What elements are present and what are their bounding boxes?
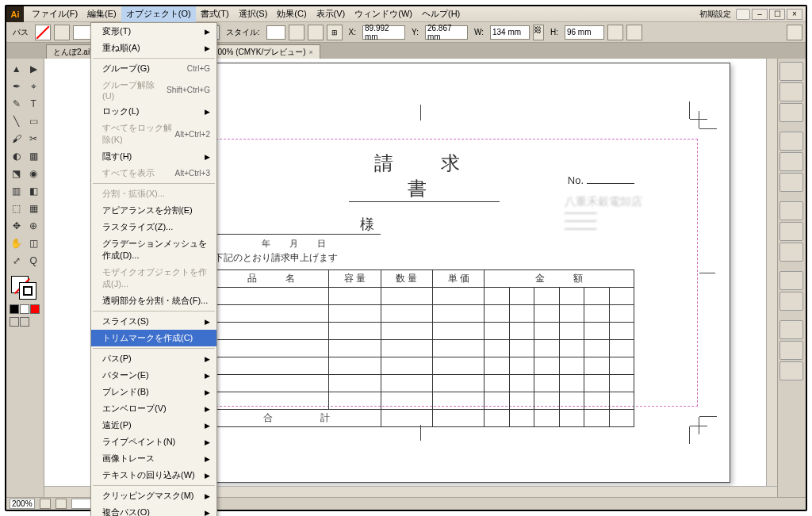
tool-button[interactable]: ✎ bbox=[8, 95, 25, 113]
tool-button[interactable]: ◐ bbox=[8, 147, 25, 165]
swatch[interactable] bbox=[30, 304, 40, 314]
close-button[interactable]: × bbox=[787, 9, 802, 20]
zoom-input[interactable]: 200% bbox=[10, 499, 35, 509]
menu-item[interactable]: エンベロープ(V)▶ bbox=[91, 400, 216, 417]
menu-item[interactable]: 隠す(H)▶ bbox=[91, 148, 216, 165]
panel-toggle-icon[interactable] bbox=[787, 25, 802, 40]
menu-6[interactable]: 表示(V) bbox=[312, 6, 350, 22]
tool-button[interactable]: ▲ bbox=[8, 60, 25, 78]
recolor-icon[interactable] bbox=[308, 25, 324, 40]
tool-button[interactable]: ⌖ bbox=[25, 78, 43, 95]
screen-mode-icon[interactable] bbox=[10, 317, 19, 327]
menu-item[interactable]: グラデーションメッシュを作成(D)... bbox=[91, 235, 216, 264]
swatch[interactable] bbox=[20, 304, 29, 314]
panel-icon[interactable] bbox=[779, 222, 803, 241]
panel-icon[interactable] bbox=[779, 152, 803, 171]
tool-button[interactable]: ✒ bbox=[8, 78, 25, 95]
menu-item[interactable]: クリッピングマスク(M)▶ bbox=[91, 487, 216, 504]
h-input[interactable]: 96 mm bbox=[565, 25, 604, 40]
y-input[interactable]: 26.867 mm bbox=[425, 25, 468, 40]
tool-button[interactable]: 🖌 bbox=[8, 130, 25, 147]
menu-0[interactable]: ファイル(F) bbox=[27, 6, 82, 22]
workspace-label[interactable]: 初期設定 bbox=[696, 9, 734, 20]
menu-3[interactable]: 書式(T) bbox=[196, 6, 234, 22]
h-label: H: bbox=[547, 28, 561, 36]
tool-button[interactable]: ⬚ bbox=[8, 200, 25, 217]
close-tab-icon[interactable]: × bbox=[309, 48, 313, 56]
menu-4[interactable]: 選択(S) bbox=[234, 6, 273, 22]
menu-item[interactable]: 変形(T)▶ bbox=[91, 23, 216, 40]
panel-icon[interactable] bbox=[779, 361, 803, 380]
menu-item[interactable]: 遠近(P)▶ bbox=[91, 417, 216, 434]
style-picker[interactable] bbox=[266, 25, 285, 40]
panel-icon[interactable] bbox=[779, 82, 803, 101]
tool-button[interactable]: ◉ bbox=[25, 165, 43, 182]
search-icon[interactable] bbox=[736, 9, 750, 20]
menu-item[interactable]: 重ね順(A)▶ bbox=[91, 40, 216, 56]
align-icon[interactable] bbox=[289, 25, 304, 40]
tool-button[interactable]: ▥ bbox=[8, 182, 25, 200]
tool-button[interactable]: ◧ bbox=[25, 182, 43, 200]
menu-2[interactable]: オブジェクト(O) bbox=[121, 6, 196, 22]
tool-button[interactable]: ✋ bbox=[8, 235, 25, 252]
swatch[interactable] bbox=[10, 304, 19, 314]
tool-button[interactable]: Q bbox=[25, 252, 43, 269]
menu-item[interactable]: 複合パス(O)▶ bbox=[91, 504, 216, 516]
reference-point-icon[interactable]: ⊞ bbox=[327, 25, 343, 40]
x-input[interactable]: 89.992 mm bbox=[362, 25, 405, 40]
menu-item[interactable]: グループ(G)Ctrl+G bbox=[91, 60, 216, 77]
panel-icon[interactable] bbox=[779, 320, 803, 339]
tool-button[interactable]: ✥ bbox=[8, 217, 25, 235]
tool-button[interactable]: ✂ bbox=[25, 130, 43, 147]
tool-button[interactable]: ◫ bbox=[25, 235, 43, 252]
vertical-scrollbar[interactable] bbox=[766, 59, 777, 486]
menu-item[interactable]: ラスタライズ(Z)... bbox=[91, 219, 216, 235]
screen-mode-icon[interactable] bbox=[20, 317, 29, 327]
tool-button[interactable]: ▶ bbox=[25, 60, 43, 78]
menu-item[interactable]: ライブペイント(N)▶ bbox=[91, 434, 216, 450]
menu-8[interactable]: ヘルプ(H) bbox=[417, 6, 465, 22]
panel-icon[interactable] bbox=[779, 62, 803, 81]
shape-mode-icon[interactable] bbox=[607, 25, 623, 40]
nav-prev-icon[interactable] bbox=[40, 499, 51, 509]
stroke-swatch[interactable] bbox=[54, 25, 70, 40]
color-picker[interactable] bbox=[8, 274, 43, 303]
menu-5[interactable]: 効果(C) bbox=[272, 6, 311, 22]
nav-next-icon[interactable] bbox=[56, 499, 67, 509]
tool-button[interactable]: T bbox=[25, 95, 43, 113]
tool-button[interactable]: ⬔ bbox=[8, 165, 25, 182]
panel-icon[interactable] bbox=[779, 132, 803, 151]
panel-icon[interactable] bbox=[779, 173, 803, 192]
menu-item[interactable]: アピアランスを分割(E) bbox=[91, 202, 216, 219]
panel-icon[interactable] bbox=[779, 243, 803, 262]
menu-item[interactable]: パターン(E)▶ bbox=[91, 367, 216, 384]
panel-icon[interactable] bbox=[779, 271, 803, 290]
menu-item[interactable]: トリムマークを作成(C) bbox=[91, 330, 216, 346]
menu-item[interactable]: テキストの回り込み(W)▶ bbox=[91, 467, 216, 484]
panel-icon[interactable] bbox=[779, 292, 803, 311]
menu-item[interactable]: スライス(S)▶ bbox=[91, 313, 216, 330]
menu-item[interactable]: ロック(L)▶ bbox=[91, 103, 216, 120]
panel-icon[interactable] bbox=[779, 201, 803, 220]
menu-item[interactable]: 画像トレース▶ bbox=[91, 450, 216, 467]
tool-button[interactable]: ▭ bbox=[25, 113, 43, 130]
transform-icon[interactable] bbox=[626, 25, 642, 40]
menu-item[interactable]: 透明部分を分割・統合(F)... bbox=[91, 292, 216, 309]
menu-1[interactable]: 編集(E) bbox=[82, 6, 121, 22]
menu-7[interactable]: ウィンドウ(W) bbox=[350, 6, 417, 22]
minimize-button[interactable]: – bbox=[752, 9, 768, 20]
menu-item[interactable]: ブレンド(B)▶ bbox=[91, 384, 216, 400]
fill-swatch[interactable] bbox=[35, 25, 51, 40]
tool-button[interactable]: ▦ bbox=[25, 200, 43, 217]
menu-item[interactable]: パス(P)▶ bbox=[91, 350, 216, 367]
tool-button[interactable]: ▦ bbox=[25, 147, 43, 165]
maximize-button[interactable]: ☐ bbox=[769, 9, 785, 20]
panel-icon[interactable] bbox=[779, 103, 803, 122]
tool-button[interactable]: ╲ bbox=[8, 113, 25, 130]
panel-icon[interactable] bbox=[779, 341, 803, 360]
tool-button[interactable]: ⊕ bbox=[25, 217, 43, 235]
link-wh-icon[interactable]: ⛓ bbox=[533, 25, 544, 40]
selection-type-label: パス bbox=[10, 27, 32, 38]
w-input[interactable]: 134 mm bbox=[490, 25, 530, 40]
tool-button[interactable]: ⤢ bbox=[8, 252, 25, 269]
